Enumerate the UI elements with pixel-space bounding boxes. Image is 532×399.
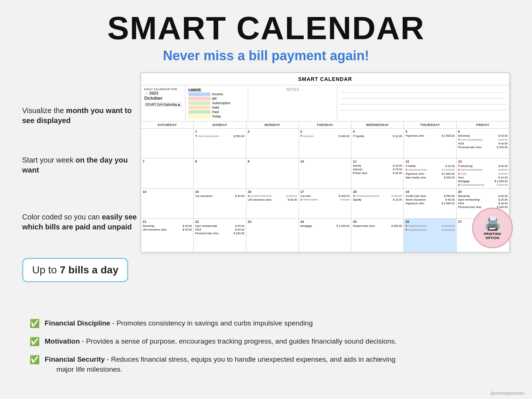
bill-item: Electricity $ 40.00 bbox=[143, 224, 192, 228]
day-header-wed: WEDNESDAY bbox=[351, 122, 404, 128]
cal-cell-15: 15 Car insurance $ 40.00 bbox=[194, 189, 246, 218]
cal-cell-21: 21 Electricity $ 40.00 Life insurance Jo… bbox=[141, 219, 194, 252]
bill-item: X Credit-Card-John $ 500.00 bbox=[248, 194, 297, 198]
bill-item: Paycheck John $ 2,500.00 bbox=[405, 202, 454, 205]
bill-item: X Netflix $ 10.00 bbox=[405, 164, 454, 168]
content-area: Visualize the month you want to see disp… bbox=[22, 72, 510, 308]
cal-week-3: 14 15 Car insurance $ 40.00 16 X Credit-… bbox=[141, 189, 509, 219]
cal-title: SMART CALENDAR bbox=[141, 73, 509, 85]
bill-item: Electricity $ 40.00 bbox=[458, 194, 508, 198]
legend-block: Legend: Income Bill Subscription bbox=[185, 85, 248, 121]
feature-item-1: ✅ Financial Discipline - Promotes consis… bbox=[30, 318, 510, 328]
legend-label-today: Today bbox=[212, 115, 221, 118]
day-header-fri: FRIDAY bbox=[457, 122, 509, 128]
callout-box: Up to 7 bills a day bbox=[22, 258, 128, 282]
day-header-sat: SATURDAY bbox=[141, 122, 194, 128]
annotations-panel: Visualize the month you want to see disp… bbox=[22, 72, 140, 308]
legend-today: Today bbox=[188, 115, 245, 118]
cal-week-4: 21 Electricity $ 40.00 Life insurance Jo… bbox=[141, 219, 509, 252]
cal-cell-24: 24 Mortgage $ 1,000.00 bbox=[299, 219, 351, 252]
bill-item: X Paycheck-John $ 2,500.00 bbox=[405, 228, 454, 232]
legend-color-today bbox=[188, 115, 211, 118]
cal-cell-5: 5 Paycheck John $ 2,500.00 bbox=[404, 129, 456, 158]
bill-item: Personal loan Jess $ 200.00 bbox=[195, 232, 244, 235]
notes-block: NOTES bbox=[248, 85, 337, 121]
month-display: October bbox=[144, 95, 182, 101]
cal-week-2: 7 8 9 10 11 Disney $ 10.00 bbox=[141, 158, 509, 188]
cal-cell-4: 4 X Spotify $ 10.00 bbox=[351, 129, 404, 158]
checkmark-icon-1: ✅ bbox=[30, 319, 40, 328]
cal-cell-empty-1 bbox=[141, 129, 194, 158]
annotation-1: Visualize the month you want to see disp… bbox=[22, 106, 140, 126]
cal-cell-2: 2 bbox=[246, 129, 299, 158]
legend-color-sub bbox=[188, 101, 211, 105]
day-num-1: 1 bbox=[195, 130, 244, 133]
legend-label-subscription: Subscription bbox=[212, 101, 231, 105]
annotation-2: Start your week on the day you want bbox=[22, 155, 140, 175]
printing-badge[interactable]: 🖨️ PRINTINGOPTION bbox=[472, 208, 513, 248]
bill-item: Personal loan Jess $ 200.00 bbox=[458, 146, 508, 149]
start-day-display: START DAY Saturday ▲ bbox=[144, 102, 182, 107]
features-section: ✅ Financial Discipline - Promotes consis… bbox=[22, 318, 510, 374]
cal-cell-1: 1 X Side-Hustle-John $ 500.00 bbox=[194, 129, 246, 158]
bill-item: HOA $ 40.00 bbox=[195, 228, 244, 231]
bill-item: X Personal-loan-Jess $ 150.00 bbox=[353, 194, 402, 198]
dotted-lines-block bbox=[337, 85, 509, 121]
page-wrapper: SMART CALENDAR Never miss a bill payment… bbox=[0, 0, 532, 399]
day-header-mon: MONDAY bbox=[246, 122, 299, 128]
bill-item: Paycheck John $ 2,500.00 bbox=[405, 134, 454, 137]
bill-item: HOA $ 40.00 bbox=[458, 202, 508, 205]
annotation-text-1: Visualize the month you want to see disp… bbox=[22, 106, 140, 126]
legend-label-debt: Debt bbox=[212, 106, 219, 109]
bill-item: Mortgage $ 1,000.00 bbox=[458, 180, 508, 183]
bill-item: X Paycheck-Jess $ 4,000.00 bbox=[405, 224, 454, 228]
bill-item: Student loan Jess $ 350.00 bbox=[353, 224, 402, 228]
start-day-label: START DAY bbox=[146, 103, 164, 106]
cal-cell-10: 10 bbox=[299, 158, 351, 188]
legend-income: Income bbox=[188, 92, 245, 96]
cal-cell-23: 23 bbox=[246, 219, 299, 252]
cal-cell-7: 7 bbox=[141, 158, 194, 188]
cal-week-1: 1 X Side-Hustle-John $ 500.00 2 3 X bbox=[141, 129, 509, 158]
day-header-sun: SUNDAY bbox=[194, 122, 246, 128]
cal-cell-18: 18 X Personal-loan-Jess $ 150.00 Spotify… bbox=[351, 189, 404, 218]
cal-cell-9: 9 bbox=[246, 158, 299, 188]
day-headers: SATURDAY SUNDAY MONDAY TUESDAY WEDNESDAY… bbox=[141, 122, 509, 129]
day-header-thu: THURSDAY bbox=[404, 122, 456, 128]
bill-item: Car insurance $ 40.00 bbox=[195, 194, 244, 198]
bill-item: Internet $ 75.00 bbox=[353, 168, 402, 171]
bill-item: Personal loan Jess $ 200.00 bbox=[458, 205, 508, 209]
cal-cell-12: 12 X Netflix $ 10.00 X Paycheck-Jess $ 4… bbox=[404, 158, 456, 188]
annotation-3: Color coded so you can easily see which … bbox=[22, 212, 140, 232]
cal-cell-3: 3 X Car-loan $ 400.00 bbox=[299, 129, 351, 158]
legend-debt: Debt bbox=[188, 106, 245, 109]
bill-item: Disney $ 10.00 bbox=[353, 164, 402, 167]
year-display: → 2023 bbox=[144, 91, 182, 95]
bill-item: X Side-Hustle-John $ 500.00 bbox=[195, 134, 244, 138]
bill-item: HOA $ 40.00 bbox=[458, 142, 508, 145]
cal-cell-13: 13 X Electricity $ 40.00 X Gym membershi… bbox=[457, 158, 509, 188]
feature-text-2: Motivation - Provides a sense of purpose… bbox=[45, 337, 397, 347]
cal-info-block: DAILY CALENDAR FOR → 2023 October START … bbox=[141, 85, 185, 121]
bill-item: Side Hustle Jess $ 500.00 bbox=[405, 176, 454, 179]
cal-top-row: DAILY CALENDAR FOR → 2023 October START … bbox=[141, 85, 509, 122]
start-day-arrow: ▲ bbox=[177, 103, 181, 106]
annotation-4: Up to 7 bills a day bbox=[22, 254, 140, 282]
legend-label-income: Income bbox=[212, 92, 223, 96]
legend-subscription: Subscription bbox=[188, 101, 245, 105]
daily-calendar-label: DAILY CALENDAR FOR bbox=[144, 88, 182, 91]
bill-item: X Gym membership $ 25.00 bbox=[458, 168, 508, 172]
cal-cell-8: 8 bbox=[194, 158, 246, 188]
bill-item: Electricity $ 40.00 bbox=[458, 134, 508, 137]
bill-item: Paycheck John $ 2,500.00 bbox=[405, 172, 454, 175]
cal-cell-27: 27 🖨️ PRINTINGOPTION bbox=[457, 219, 509, 252]
cal-cell-6: 6 Electricity $ 40.00 X Gym membership $… bbox=[457, 129, 509, 158]
watermark: @prioridigitalstudio bbox=[490, 391, 525, 395]
cal-cell-26: 26 X Paycheck-Jess $ 4,000.00 X Paycheck… bbox=[404, 219, 456, 252]
legend-color-paid bbox=[188, 110, 211, 114]
bill-item: Home insurance $ 40.00 bbox=[405, 198, 454, 201]
legend-color-bill bbox=[188, 97, 211, 100]
bill-item: Life insurance John $ 40.00 bbox=[143, 228, 192, 231]
bill-item: Life insurance Jess $ 40.00 bbox=[248, 198, 297, 201]
legend-label-bill: Bill bbox=[212, 97, 216, 100]
